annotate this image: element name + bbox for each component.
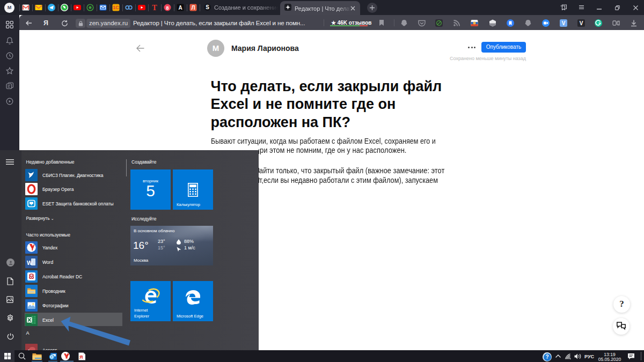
svg-text:V: V (580, 20, 583, 26)
svg-text:A: A (178, 5, 182, 11)
svg-text:Л: Л (191, 5, 195, 11)
svg-text:V: V (562, 20, 566, 26)
svg-text:Я: Я (79, 354, 83, 360)
svg-text:8: 8 (166, 5, 169, 11)
svg-text:T: T (152, 4, 157, 11)
svg-text:1C: 1C (113, 5, 119, 10)
svg-text:W: W (27, 260, 33, 266)
